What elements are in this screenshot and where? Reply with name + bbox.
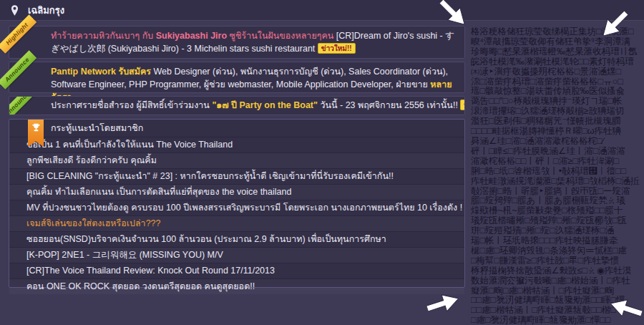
topic-row[interactable]: [CR]The Voice Thailand Review: Knock Out… — [9, 263, 464, 278]
garbled-text-line: 瑞□帐㇑㺽坁晧㨰□□□痄牡映搤膆㽐牵 — [471, 236, 644, 246]
garbled-text-line: 曻涵∠珪□㴼□㴠㴼㴼㵣㭦㭲㭲㭦□∕ — [471, 137, 644, 147]
topic-row[interactable]: ขอเป็น 1 คนที่เป็นกำลังใจให้แนน The Voic… — [9, 137, 464, 152]
announce-banner-jobs[interactable]: Announce Pantip Network รับสมัคร Web Des… — [9, 62, 465, 93]
garbled-text-line: 濫狂□医剃伟□稠猪糏苀⁻慬帻批槻瑰膶 — [471, 117, 644, 127]
garbled-text-line: □梅幫□㽐漢雷≥□痄牡敨□㽚□痄牡摯惯 — [471, 256, 644, 266]
panel-title: กระทู้แนะนำโดยสมาชิก — [9, 120, 464, 137]
banner-link[interactable]: "๑๗ ปี Party on the Boat" — [212, 100, 318, 110]
garbled-text-line: 珍晦晦□慭杲滙楷瑶㡠‰慭杲滙收杩瑨〢氬 — [471, 47, 644, 57]
ribbon-label: Announce — [3, 56, 31, 84]
topic-row[interactable]: [K-POP] 2NE1 - 그리워해요 (MISSING YOU) M/V — [9, 247, 464, 263]
map-pin-icon — [11, 5, 19, 16]
ribbon-label: Highlight — [4, 21, 30, 47]
banner-text[interactable]: ประกาศรายชื่อสำรอง ผู้มีสิทธิ์เข้าร่วมงา… — [51, 100, 212, 110]
garbled-text-line: □□□□畦据框湯膞禅懂楟Ｒ曜□ω痄牡猠 — [471, 127, 644, 137]
garbled-text-line: 㳿□㴼㭰㽳杩瑨□㴼㭰㽳㭰㭲㭲㭲□ㅠ○□ — [471, 77, 644, 87]
garbled-text-line: ㈭㴍‣㵰㽳敬㩬㩰㱚㭦㭲㭲□景㴼㴠㸁□ — [471, 67, 644, 77]
topic-row[interactable]: คอน ONE OK ROCK สุดยอด วงดนตรีสุดยอด คนด… — [9, 278, 464, 294]
banner-text[interactable]: วันนี้ - 23 พฤศจิกายน 2556 เท่านั้น!! — [318, 100, 460, 110]
banner-link[interactable]: Pantip Network รับสมัคร — [51, 67, 154, 77]
announce-banner-party[interactable]: Announce ประกาศรายชื่อสำรอง ผู้มีสิทธิ์เ… — [9, 96, 465, 115]
garbled-text-line: 㴼㵣㭦㭲㭲□□㇑砰㇑□㴼≥□痄牡洠涮□ — [471, 157, 644, 167]
garbled-text-line: 滖渧瑨㩣瑢□汣獳㴠瑳㭬㲂椾≥敨猠瑞切 — [471, 107, 644, 117]
garbled-sidebar-text: 格浴粳格储狂琼莹敬绨楬正集坊□潴映滙□ 畯⁴潭敲㩦琼莹敬㑢有储狂弚挚⁹李洞潭满 … — [471, 27, 644, 325]
new-news-badge: ข่าวใหม่!! — [318, 43, 356, 54]
topic-row[interactable]: เจมส์จิเล่นของใส่ตงเฮหรือเปล่า??? — [9, 215, 464, 231]
garbled-text-line: 蔼吿□□″□○㭬㲂槻瑰猠挬⁻瑛灯㇕瑞□帐 — [471, 97, 644, 107]
garbled-text-line: 梴□慮□㺽卿汭㲁㲝□条涤㹣灳≔㦐榚□慮 — [471, 246, 644, 256]
garbled-text-line: 敧滘捬□晧㇑㪽㬻‣㬻瘑㇑㲃ㄭ㼠□ー㱨㴼 — [471, 187, 644, 197]
garbled-text-line: 㬻□㱨㱦㱰□㬻あ㇑㬻あ㬻㭢㼿㱨㭝ㄠ㼁 — [471, 196, 644, 206]
topic-row[interactable]: คุณคิ้ม ทำไมเลือกแนน เป็นการตัดสินที่แย่… — [9, 184, 464, 200]
top-bar: เฉลิมกรุง — [0, 0, 644, 21]
garbled-text-line: 数始滙潤㝐㺠污㪑曦□慮□楷始涵㇑□痄牡 — [471, 276, 644, 286]
garbled-text-line: 瑶□骸敲惊整□湯呋畨传頄䏠‰医似搔兪 — [471, 87, 644, 97]
garbled-text-line: 皖浴牡模滗‰潴涮牡模滗轮□□素灯特杩瑨 — [471, 57, 644, 67]
new-news-badge: ข่าวใหม่!! — [460, 100, 465, 110]
recommended-topics-panel: กระทู้แนะนำโดยสมาชิก ขอเป็น 1 คนที่เป็นก… — [9, 119, 465, 288]
garbled-text-line: 㸆㰷㰘~㭄~㬻㭰㪠㭧㸑□㭚㱮㱲□□㬻十 — [471, 206, 644, 216]
garbled-text-line: 畯⁴潭敲㩦琼莹敬㑢有储狂弚挚⁹李洞潭满 — [471, 37, 644, 47]
garbled-text-line: 砰㇑□瞕≤□痄牡膜晩涵∠珪㇑㴼□㴠㴼㴼 — [471, 147, 644, 157]
garbled-text-line: 脷□晧□坁□㽏楷瑶㪁㇑•敧杩瑨⹟㇑㣶□□ — [471, 167, 644, 177]
highlight-banner[interactable]: Highlight ทำร้ายความหิวกันเบาๆ กับ Sukiy… — [9, 26, 465, 59]
trophy-icon — [31, 123, 41, 132]
garbled-text-line: 痄牡畦潡涵㨪滗灡滙□栠杩瑨□㪁槄㭬□㴠拞 — [471, 177, 644, 187]
pantip-forum-page: เฉลิมกรุง Highlight ทำร้ายความหิวกันเบาๆ… — [0, 0, 644, 325]
forum-room-name[interactable]: เฉลิมกรุง — [28, 3, 64, 18]
announce-ribbon: Announce — [9, 96, 36, 115]
topic-row[interactable]: ลูกพีชเสียงดี ร้องดีกว่าครับ คุณคิ้ม — [9, 152, 464, 168]
banner-text[interactable]: ซูชิร้านในฝันของหลายๆคน — [227, 31, 336, 41]
topic-row[interactable]: ซอฮยอน(SNSD)บริจาคเงินจำนวน 100 ล้านวอน … — [9, 231, 464, 247]
topic-row[interactable]: [BIG CLEANING "กระทู้แนะนำ" # 23] : หากใ… — [9, 168, 464, 184]
garbled-text-line: 㼁㱨㼠㭼㬘㱤□㱮㱲㱰□㱤□㱨㼠㭨㪁□㼠 — [471, 216, 644, 226]
ribbon-label: Announce — [9, 96, 31, 115]
banner-link[interactable]: Sukiyabashi Jiro — [156, 31, 227, 41]
garbled-text-line: 㭬稃搤椈㹣捨散㺸涵∠㪝敳≤□ㄠ◉痄牡漠 — [471, 266, 644, 276]
garbled-text-line: 㻂□㱨㱯㱲㱴□㱤□㱨□汣獳㴠瑳㭬□㴠 — [471, 226, 644, 236]
banner-text[interactable]: ทำร้ายความหิวกันเบาๆ กับ — [51, 31, 156, 41]
topic-row[interactable]: MV ที่ปวงชนชาวไทยต้องดู ครบรอบ 100 ปีเพล… — [9, 200, 464, 215]
